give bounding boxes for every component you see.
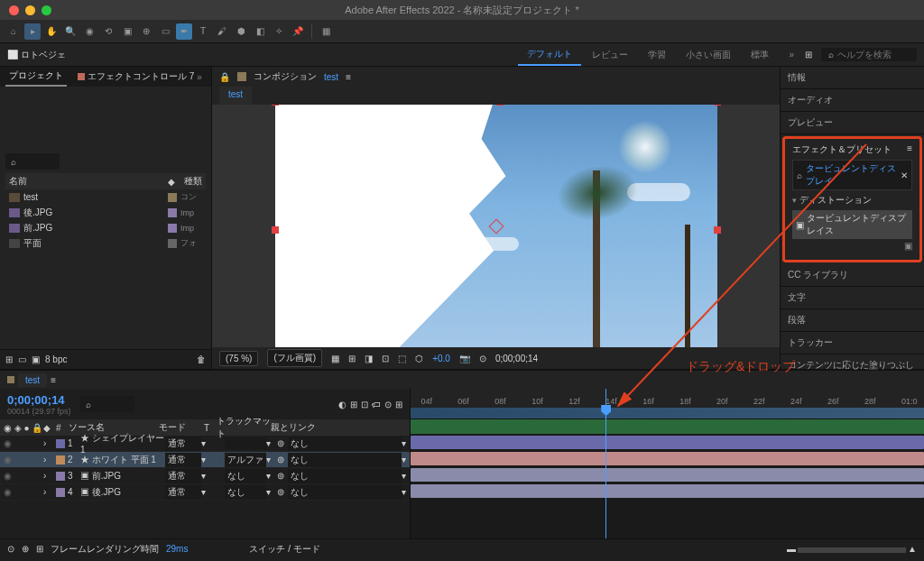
panel-toggle-icon[interactable]: ⊞ <box>805 50 812 60</box>
layer-duration-bar[interactable] <box>411 484 924 498</box>
effect-category[interactable]: ディストーション <box>799 195 872 205</box>
cc-libraries-header[interactable]: CC ライブラリ <box>781 264 924 287</box>
puppet-tool-icon[interactable]: 📌 <box>290 23 306 40</box>
character-panel-header[interactable]: 文字 <box>781 287 924 309</box>
timeline-icon[interactable]: ◐ <box>338 400 346 409</box>
viewer-opt-icon[interactable]: ⊡ <box>382 354 389 363</box>
lock-icon[interactable]: 🔒 <box>219 72 230 82</box>
transform-handle[interactable] <box>714 347 721 348</box>
panel-menu-icon[interactable]: ≡ <box>346 72 351 82</box>
project-item[interactable]: 後.JPG Imp <box>5 205 206 220</box>
new-folder-icon[interactable]: ▭ <box>18 354 26 364</box>
zoom-dropdown[interactable]: (75 %) <box>219 351 258 366</box>
viewer-opt-icon[interactable]: ⬡ <box>415 354 423 363</box>
window-close[interactable] <box>9 5 19 15</box>
workspace-tab-review[interactable]: レビュー <box>583 45 637 65</box>
panel-menu-icon[interactable]: ≡ <box>907 143 912 156</box>
viewer-opt-icon[interactable]: ◨ <box>365 354 373 363</box>
audio-panel-header[interactable]: オーディオ <box>781 89 924 112</box>
toggle-icon[interactable]: ⊞ <box>36 544 43 554</box>
stamp-tool-icon[interactable]: ⬢ <box>233 23 249 40</box>
rotate-tool-icon[interactable]: ⟲ <box>100 23 116 40</box>
layer-row[interactable]: ◉ ›1★ シェイプレイヤー 1通常▾ ▾⊚なし▾ <box>0 436 410 452</box>
toggle-icon[interactable]: ⊙ <box>7 544 14 554</box>
anchor-tool-icon[interactable]: ⊕ <box>138 23 154 40</box>
roto-tool-icon[interactable]: ✧ <box>271 23 287 40</box>
transform-handle[interactable] <box>272 347 279 348</box>
tracker-panel-header[interactable]: トラッカー <box>781 332 924 354</box>
rect-tool-icon[interactable]: ▭ <box>157 23 173 40</box>
orbit-tool-icon[interactable]: ◉ <box>81 23 97 40</box>
col-trackmatte[interactable]: トラックマット <box>217 415 271 440</box>
col-parent[interactable]: 親とリンク <box>271 421 406 434</box>
timeline-tab[interactable]: test <box>18 373 47 387</box>
window-minimize[interactable] <box>25 5 35 15</box>
paragraph-panel-header[interactable]: 段落 <box>781 309 924 332</box>
camera-tool-icon[interactable]: ▣ <box>119 23 135 40</box>
comp-tab[interactable]: test <box>219 87 252 105</box>
transform-handle[interactable] <box>496 105 504 106</box>
new-bin-icon[interactable]: ▣ <box>792 241 912 251</box>
playhead[interactable] <box>605 389 606 538</box>
layer-duration-bar[interactable] <box>411 468 924 482</box>
timeline-icon[interactable]: ⊞ <box>350 400 357 409</box>
transform-handle[interactable] <box>272 105 279 106</box>
workspace-tab-small[interactable]: 小さい画面 <box>677 45 740 65</box>
panel-menu-icon[interactable]: ≡ <box>51 375 56 385</box>
transform-handle[interactable] <box>714 105 721 106</box>
zoom-in-icon[interactable]: ▲ <box>908 544 917 554</box>
window-zoom[interactable] <box>42 5 51 15</box>
info-panel-header[interactable]: 情報 <box>781 67 924 89</box>
brush-tool-icon[interactable]: 🖌 <box>214 23 230 40</box>
workspace-more-icon[interactable]: » <box>780 46 803 63</box>
zoom-out-icon[interactable]: ▬ <box>787 544 796 554</box>
workspace-tab-default[interactable]: デフォルト <box>518 44 581 66</box>
effects-search-input[interactable]: タービュレントディスプレイ <box>806 162 897 188</box>
composition-viewer[interactable] <box>212 105 780 347</box>
home-icon[interactable]: ⌂ <box>5 23 22 40</box>
project-search-input[interactable]: ⌕ <box>5 153 60 170</box>
bpc-label[interactable]: 8 bpc <box>45 354 67 364</box>
quality-dropdown[interactable]: (フル画質) <box>267 349 322 367</box>
clear-icon[interactable]: ✕ <box>901 170 908 180</box>
effect-controls-tab[interactable]: エフェクトコントロール 7 » <box>78 70 202 83</box>
current-timecode[interactable]: 0;00;00;14 <box>7 393 71 407</box>
switches-toggle[interactable]: スイッチ / モード <box>249 543 319 556</box>
zoom-tool-icon[interactable]: 🔍 <box>62 23 79 40</box>
timeline-icon[interactable]: ⊙ <box>384 400 392 409</box>
text-tool-icon[interactable]: T <box>195 23 211 40</box>
comp-name[interactable]: test <box>324 72 338 82</box>
timeline-icon[interactable]: ⊡ <box>361 400 368 409</box>
transform-handle[interactable] <box>496 347 504 348</box>
effects-presets-label[interactable]: エフェクト＆プリセット <box>792 143 892 156</box>
selection-tool-icon[interactable]: ▸ <box>24 23 41 40</box>
snapshot-icon[interactable]: 📷 <box>459 354 470 363</box>
workspace-tab-standard[interactable]: 標準 <box>742 45 778 65</box>
timeline-icon[interactable]: 🏷 <box>372 400 381 409</box>
col-mode[interactable]: モード <box>159 421 204 434</box>
transform-handle[interactable] <box>272 226 279 234</box>
layer-row[interactable]: ◉ ›2★ ホワイト 平面 1通常▾アルファ▾⊚なし▾ <box>0 452 410 468</box>
viewer-opt-icon[interactable]: ⬚ <box>398 354 406 363</box>
viewer-opt-icon[interactable]: ▦ <box>331 354 339 363</box>
timeline-icon[interactable]: ⊞ <box>395 400 402 409</box>
viewer-timecode[interactable]: 0;00;00;14 <box>495 354 538 363</box>
project-item[interactable]: 平面 フォ <box>5 235 206 251</box>
workspace-tab-learn[interactable]: 学習 <box>639 45 675 65</box>
project-item[interactable]: test コン <box>5 189 206 205</box>
fill-icon[interactable]: ▦ <box>318 23 334 40</box>
new-comp-icon[interactable]: ▣ <box>32 354 40 364</box>
effect-result-item[interactable]: ▣ タービュレントディスプレイス <box>792 210 912 239</box>
interpret-icon[interactable]: ⊞ <box>5 354 13 364</box>
viewer-opt-icon[interactable]: ⊞ <box>348 354 356 363</box>
layer-row[interactable]: ◉ ›3▣ 前.JPG通常▾なし▾⊚なし▾ <box>0 468 410 484</box>
white-solid-shape[interactable] <box>275 105 519 347</box>
toggle-icon[interactable]: ⊕ <box>22 544 29 554</box>
exposure-value[interactable]: +0.0 <box>432 354 450 363</box>
project-item[interactable]: 前.JPG Imp <box>5 220 206 235</box>
viewer-opt-icon[interactable]: ⊙ <box>479 354 486 363</box>
trash-icon[interactable]: 🗑 <box>197 354 206 364</box>
hand-tool-icon[interactable]: ✋ <box>43 23 60 40</box>
layer-duration-bar[interactable] <box>411 452 924 465</box>
project-tab[interactable]: プロジェクト <box>5 67 67 87</box>
